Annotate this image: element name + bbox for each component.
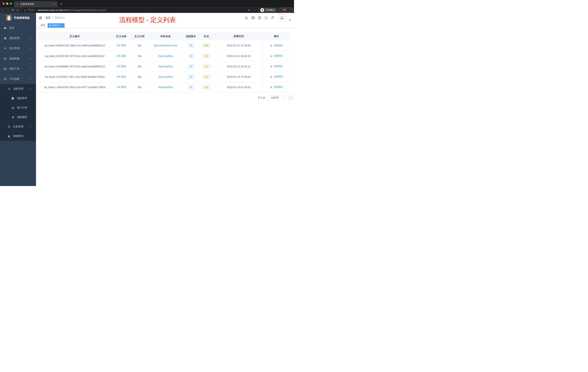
minimize-window-button[interactable] — [6, 2, 8, 5]
table-row: oa_leave:5:004b710b-7b8a-11ec-8ef0-acde4… — [39, 40, 290, 51]
tab-title: 芋道管理系统 — [20, 3, 53, 6]
bookmark-star-icon[interactable]: ☆ — [253, 9, 255, 11]
col-form-info: 表单信息 — [147, 32, 184, 40]
definition-name-link[interactable]: OA 请假 — [117, 44, 126, 47]
cell-category: OA — [132, 72, 147, 82]
user-icon — [270, 76, 272, 78]
url-path: /bpm/manager/definition?key=oa_leave — [66, 9, 106, 11]
chevron-down-icon — [30, 47, 32, 49]
chevron-down-icon — [30, 125, 32, 127]
version-badge: v2 — [188, 75, 194, 79]
workflow-submenu: 流程管理 流程表单 用户分组 — [0, 84, 36, 141]
zoom-window-button[interactable] — [10, 2, 12, 5]
sidebar-item-task-management[interactable]: 任务管理 — [0, 122, 36, 131]
assign-rule-button[interactable]: 分配规则 — [270, 85, 283, 89]
avatar[interactable] — [278, 14, 285, 22]
sidebar-item-devtools[interactable]: 研发工具 — [0, 64, 36, 74]
assign-rule-button[interactable]: 分配规则 — [270, 44, 283, 47]
form-doc-icon — [11, 97, 14, 100]
sidebar-item-leave-query[interactable]: 请假查询 — [0, 131, 36, 141]
table-row: oa_leave:1:482ec033-762a-11ec-8477-a2380… — [39, 82, 290, 92]
assign-rule-button[interactable]: 分配规则 — [270, 75, 283, 78]
tag-home[interactable]: 首页 — [39, 23, 47, 28]
font-size-icon[interactable]: TT — [271, 16, 274, 19]
toolbox-icon — [4, 67, 7, 70]
user-icon — [270, 65, 272, 67]
tag-process-definition[interactable]: 流程定义 × — [48, 23, 64, 28]
assign-rule-button[interactable]: 分配规则 — [270, 65, 283, 68]
reload-icon[interactable]: ↻ — [11, 9, 15, 11]
avatar-dropdown-caret-icon[interactable] — [289, 20, 291, 21]
prev-page-button[interactable]: ‹ — [288, 95, 294, 100]
breadcrumb-current: 流程定义 — [54, 16, 65, 20]
chevron-up-icon — [30, 88, 32, 90]
sidebar-item-system[interactable]: 系统管理 — [0, 33, 36, 43]
back-icon[interactable]: ← — [1, 9, 5, 11]
forward-icon[interactable]: → — [6, 9, 10, 11]
table-row: oa_leave:4:991f2193-7b7f-11ec-a3c8-acde4… — [39, 51, 290, 61]
url-domain: dashboard.yudao.iocoder.cn — [38, 9, 66, 11]
sidebar: 芋道管理系统 首页 系统管理 ¥ 支付 — [0, 13, 36, 186]
definition-name-link[interactable]: OA 请假 — [117, 65, 126, 68]
cell-category: OA — [132, 82, 147, 92]
github-icon[interactable] — [251, 16, 255, 20]
address-bar[interactable]: 不安全 dashboard.yudao.iocoder.cn/bpm/manag… — [22, 8, 258, 12]
logo-avatar — [6, 15, 12, 21]
form-info-link[interactable]: /bpm/oa/flow — [158, 75, 173, 78]
definition-table: 定义编号 定义名称 定义分类 表单信息 流程版本 状态 部署时间 操作 oa_l — [39, 32, 290, 92]
active-tag-dot-icon — [49, 25, 51, 26]
sidebar-item-process-model[interactable]: 流程模型 — [0, 112, 36, 122]
tab-close-icon[interactable]: × — [53, 3, 56, 6]
table-row: oa_leave:2:3c1f0ef1-76b1-11ec-9c66-a2380… — [39, 72, 290, 82]
sidebar-item-label: 任务管理 — [13, 125, 23, 128]
sidebar-item-home[interactable]: 首页 — [0, 23, 36, 33]
definition-name-link[interactable]: OA 请假 — [117, 55, 126, 57]
definition-name-link[interactable]: OA 请假 — [117, 75, 126, 78]
version-badge: v3 — [188, 64, 194, 69]
fullscreen-icon[interactable] — [264, 16, 268, 20]
sidebar-item-process-management[interactable]: 流程管理 — [0, 84, 36, 94]
sidebar-collapse-icon[interactable] — [39, 16, 42, 20]
password-key-icon[interactable] — [248, 9, 251, 11]
definition-name-link[interactable]: OA 请假 — [117, 86, 126, 88]
chevron-up-icon — [30, 78, 32, 80]
page-size-select[interactable]: 10条/页 — [268, 95, 286, 100]
breadcrumb: 首页 / 流程定义 — [45, 16, 65, 20]
sidebar-item-infrastructure[interactable]: 基础设施 — [0, 54, 36, 64]
assign-rule-button[interactable]: 分配规则 — [270, 54, 283, 57]
close-window-button[interactable] — [2, 2, 5, 5]
browser-tab[interactable]: 芋道管理系统 × — [14, 1, 58, 7]
window-controls[interactable] — [2, 2, 12, 5]
app-header: 首页 / 流程定义 流程模型 - 定义列表 TT — [36, 13, 294, 23]
search-icon[interactable] — [245, 16, 248, 20]
browser-update-button[interactable]: 更新 ⋮ — [280, 8, 293, 12]
browser-menu-kebab-icon[interactable]: ⋮ — [288, 9, 291, 11]
cell-category: OA — [132, 51, 147, 61]
version-badge: v5 — [188, 43, 194, 48]
col-process-version: 流程版本 — [184, 32, 198, 40]
help-icon[interactable] — [258, 16, 261, 20]
status-badge: 挂起 — [202, 64, 210, 69]
form-info-link[interactable]: /bpm/oa/flow — [158, 86, 173, 89]
sidebar-item-label: 研发工具 — [9, 67, 20, 70]
sidebar-item-workflow[interactable]: 工作流程 — [0, 74, 36, 84]
sidebar-item-label: 流程表单 — [17, 97, 27, 100]
breadcrumb-home[interactable]: 首页 — [45, 16, 51, 20]
sidebar-item-payment[interactable]: ¥ 支付管理 — [0, 43, 36, 54]
status-badge: 挂起 — [202, 54, 210, 58]
sidebar-item-label: 流程模型 — [17, 116, 27, 119]
form-info-link[interactable]: /bpm/oa/flow — [158, 65, 173, 68]
sidebar-item-label: 系统管理 — [9, 37, 20, 40]
address-separator — [36, 9, 36, 11]
cell-definition-id: oa_leave:2:3c1f0ef1-76b1-11ec-9c66-a2380… — [39, 72, 111, 82]
chevron-down-icon — [283, 97, 284, 98]
sidebar-item-process-form[interactable]: 流程表单 — [0, 94, 36, 103]
sidebar-item-user-group[interactable]: 用户分组 — [0, 103, 36, 112]
app-logo[interactable]: 芋道管理系统 — [0, 13, 36, 23]
home-icon[interactable]: ⌂ — [16, 9, 20, 12]
form-info-link[interactable]: /bpm/oa/flow — [158, 55, 173, 57]
tag-close-icon[interactable]: × — [62, 24, 63, 27]
form-info-link[interactable]: /bpm/oa/leave/create — [154, 44, 178, 47]
sidebar-item-label: 工作流程 — [9, 77, 20, 81]
new-tab-button[interactable]: + — [59, 2, 64, 6]
